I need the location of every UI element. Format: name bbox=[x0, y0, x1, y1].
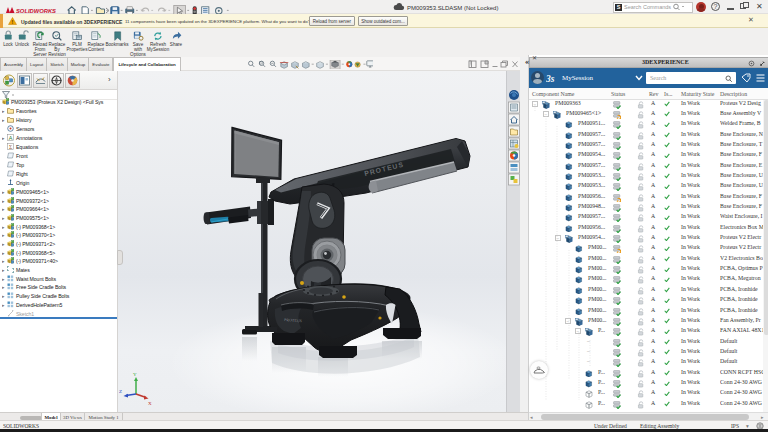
svg-text:Unlock: Unlock bbox=[15, 42, 30, 47]
svg-text:Properties: Properties bbox=[67, 47, 89, 52]
svg-text:X: X bbox=[148, 401, 152, 406]
svg-text:Content: Content bbox=[88, 47, 105, 52]
svg-text:!: ! bbox=[12, 19, 14, 25]
svg-text:Y: Y bbox=[133, 372, 137, 377]
svg-text:Bookmarks: Bookmarks bbox=[106, 42, 130, 47]
svg-text:Share: Share bbox=[170, 42, 183, 47]
svg-text:MySession: MySession bbox=[147, 47, 170, 52]
svg-text:Lock: Lock bbox=[3, 42, 13, 47]
svg-text:Z: Z bbox=[119, 389, 122, 394]
